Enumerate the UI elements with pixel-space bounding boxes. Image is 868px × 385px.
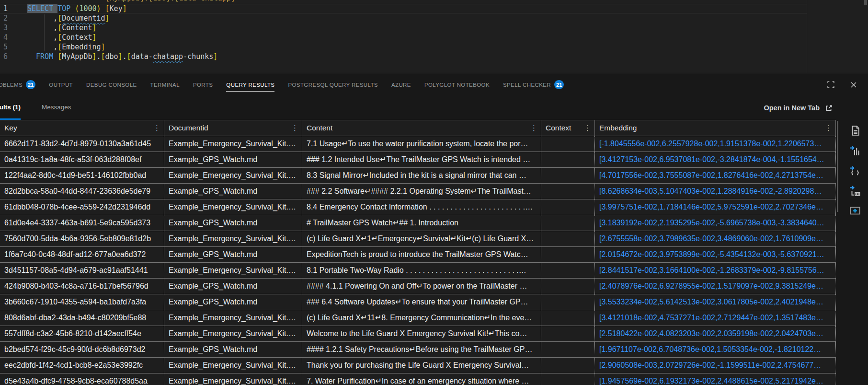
panel-tab-problems[interactable]: PROBLEMS 21 <box>0 73 35 96</box>
cell-key[interactable]: 82d2bbca-58a0-44dd-8447-23636de5de79 <box>0 184 164 199</box>
cell-key[interactable]: 6662d171-83d2-4d7d-8979-0130a3a61d45 <box>0 136 164 152</box>
cell-embedding[interactable]: [2.4078976e-002,6.9278955e-002,1.5179097… <box>595 279 836 294</box>
cell-content[interactable]: 7.1 Usage↵To use the water purification … <box>302 136 541 152</box>
cell-context[interactable] <box>541 326 595 341</box>
cell-key[interactable]: 557dff8d-c3a2-45b6-8210-d142aecff54e <box>0 326 164 341</box>
cell-key[interactable]: d5e43a4b-dfc9-4758-9cb8-eca60788d5aa <box>0 373 164 385</box>
cell-key[interactable]: 1f6a7c40-0c48-48df-ad12-677a0ea6d372 <box>0 247 164 262</box>
cell-documentid[interactable]: Example_GPS_Watch.md <box>164 247 302 262</box>
column-menu-icon[interactable]: ⋮ <box>582 124 593 132</box>
cell-context[interactable] <box>541 358 595 373</box>
cell-key[interactable]: 61d0e4e4-3337-463a-b691-5e9ca595d373 <box>0 215 164 231</box>
save-csv-icon[interactable] <box>848 124 862 137</box>
editor-scrollbar[interactable] <box>864 0 867 5</box>
column-menu-icon[interactable]: ⋮ <box>529 124 539 132</box>
cell-content[interactable]: Thank you for purchasing the Life Guard … <box>302 358 541 373</box>
save-json-icon[interactable] <box>848 164 862 177</box>
cell-embedding[interactable]: [2.8441517e-002,3.1664100e-002,-1.268337… <box>595 263 836 278</box>
cell-documentid[interactable]: Example_GPS_Watch.md <box>164 215 302 231</box>
cell-context[interactable] <box>541 247 595 262</box>
cell-documentid[interactable]: Example_Emergency_Survival_Kit.pdf <box>164 263 302 278</box>
cell-context[interactable] <box>541 373 595 385</box>
show-visualization-icon[interactable] <box>848 204 862 218</box>
cell-content[interactable]: #### 1.2.1 Safety Precautions↵Before usi… <box>302 342 541 357</box>
panel-tab-terminal[interactable]: TERMINAL <box>150 73 180 96</box>
cell-embedding[interactable]: [3.5533234e-002,5.6142513e-002,3.0617805… <box>595 294 836 310</box>
save-excel-icon[interactable] <box>848 144 862 157</box>
cell-content[interactable]: ### 6.4 Software Updates↵To ensure that … <box>302 294 541 310</box>
panel-tab-debug-console[interactable]: DEBUG CONSOLE <box>86 73 137 96</box>
cell-context[interactable] <box>541 342 595 357</box>
cell-embedding[interactable]: [2.0154672e-002,3.9753899e-002,-5.435413… <box>595 247 836 262</box>
cell-content[interactable]: 8.4 Emergency Contact Information . . . … <box>302 199 541 215</box>
cell-context[interactable] <box>541 199 595 215</box>
cell-documentid[interactable]: Example_GPS_Watch.md <box>164 184 302 199</box>
cell-documentid[interactable]: Example_Emergency_Survival_Kit.pdf <box>164 136 302 152</box>
grid-scrollbar[interactable] <box>837 121 838 212</box>
cell-embedding[interactable]: [2.9060508e-003,2.0729726e-002,-1.159951… <box>595 358 836 373</box>
cell-content[interactable]: ### 1.2 Intended Use↵The TrailMaster GPS… <box>302 152 541 167</box>
cell-content[interactable]: ### 2.2 Software↵#### 2.2.1 Operating Sy… <box>302 184 541 199</box>
panel-tab-polyglot-notebook[interactable]: POLYGLOT NOTEBOOK <box>424 73 490 96</box>
tab-messages[interactable]: Messages <box>42 96 71 120</box>
cell-embedding[interactable]: [3.4127153e-002,6.9537081e-002,-3.284187… <box>595 152 836 167</box>
cell-embedding[interactable]: [1.9457569e-002,6.1932173e-002,2.4488615… <box>595 373 836 385</box>
cell-documentid[interactable]: Example_GPS_Watch.md <box>164 294 302 310</box>
cell-key[interactable]: b2bed574-f29c-45c9-90fd-dc6b8d6973d2 <box>0 342 164 357</box>
sql-editor[interactable]: [MyAppDb].[dbo].[data-chatapp] 1 SELECT … <box>0 0 868 73</box>
cell-context[interactable] <box>541 231 595 246</box>
close-panel-icon[interactable] <box>847 78 860 92</box>
cell-context[interactable] <box>541 152 595 167</box>
code-line[interactable]: 2 ,[Documentid] <box>0 13 807 23</box>
cell-context[interactable] <box>541 215 595 231</box>
panel-tab-ports[interactable]: PORTS <box>193 73 213 96</box>
cell-content[interactable]: 7. Water Purification↵In case of an emer… <box>302 373 541 385</box>
save-xml-icon[interactable] <box>848 184 862 198</box>
cell-embedding[interactable]: [-1.8045556e-002,6.2557928e-002,1.915137… <box>595 136 836 152</box>
cell-key[interactable]: 122f4aa2-8d0c-41d9-be51-146102fbb0ad <box>0 168 164 183</box>
code-line[interactable]: 5 ,[Embedding] <box>0 42 807 52</box>
cell-context[interactable] <box>541 310 595 326</box>
panel-tab-azure[interactable]: AZURE <box>391 73 411 96</box>
column-menu-icon[interactable]: ⋮ <box>290 124 300 132</box>
cell-documentid[interactable]: Example_Emergency_Survival_Kit.pdf <box>164 310 302 326</box>
cell-key[interactable]: 808d6abf-dba2-43da-b494-c80209bf5e88 <box>0 310 164 326</box>
cell-key[interactable]: 3d451157-08a5-4d94-a679-ac91aaf51441 <box>0 263 164 278</box>
cell-embedding[interactable]: [2.5180422e-002,4.0823203e-002,2.0359198… <box>595 326 836 341</box>
panel-tab-postgresql-query-results[interactable]: POSTGRESQL QUERY RESULTS <box>288 73 377 96</box>
cell-documentid[interactable]: Example_GPS_Watch.md <box>164 279 302 294</box>
cell-embedding[interactable]: [4.7017556e-002,3.7555087e-002,1.8276416… <box>595 168 836 183</box>
cell-content[interactable]: 8.3 Signal Mirror↵Included in the kit is… <box>302 168 541 183</box>
cell-content[interactable]: 8.1 Portable Two-Way Radio . . . . . . .… <box>302 263 541 278</box>
cell-content[interactable]: Welcome to the Life Guard X Emergency Su… <box>302 326 541 341</box>
cell-embedding[interactable]: [8.6268634e-003,5.1047403e-002,1.2884916… <box>595 184 836 199</box>
cell-content[interactable]: (c) Life Guard X↵11↵8. Emergency Communi… <box>302 310 541 326</box>
cell-content[interactable]: #### 4.1.1 Powering On and Off↵To power … <box>302 279 541 294</box>
cell-key[interactable]: eec2dbfd-1f42-4cd1-bcb8-e2a53e3992fc <box>0 358 164 373</box>
cell-documentid[interactable]: Example_Emergency_Survival_Kit.pdf <box>164 199 302 215</box>
cell-context[interactable] <box>541 294 595 310</box>
open-in-new-tab-button[interactable]: Open in New Tab <box>764 96 834 120</box>
column-menu-icon[interactable]: ⋮ <box>152 124 162 132</box>
cell-embedding[interactable]: [3.9975751e-002,1.7184146e-002,5.9752591… <box>595 199 836 215</box>
cell-documentid[interactable]: Example_GPS_Watch.md <box>164 152 302 167</box>
cell-documentid[interactable]: Example_Emergency_Survival_Kit.pdf <box>164 373 302 385</box>
cell-embedding[interactable]: [3.1839192e-002,2.1935295e-002,-5.696573… <box>595 215 836 231</box>
cell-documentid[interactable]: Example_Emergency_Survival_Kit.pdf <box>164 358 302 373</box>
code-line[interactable]: 1 SELECT TOP (1000) [Key] <box>0 4 807 13</box>
maximize-panel-icon[interactable] <box>824 78 837 92</box>
cell-key[interactable]: 61dbb048-078b-4cee-a559-242d231946dd <box>0 199 164 215</box>
cell-embedding[interactable]: [3.4121018e-002,4.7537271e-002,2.7129447… <box>595 310 836 326</box>
cell-content[interactable]: # TrailMaster GPS Watch↵## 1. Introducti… <box>302 215 541 231</box>
cell-context[interactable] <box>541 184 595 199</box>
cell-documentid[interactable]: Example_Emergency_Survival_Kit.pdf <box>164 231 302 246</box>
cell-key[interactable]: 0a41319c-1a8a-48fc-a53f-063d288f08ef <box>0 152 164 167</box>
cell-content[interactable]: (c) Life Guard X↵1↵Emergency↵Survival↵Ki… <box>302 231 541 246</box>
code-line[interactable]: 3 ,[Content] <box>0 23 807 33</box>
code-line[interactable]: 6 FROM [MyAppDb].[dbo].[data-chatapp-chu… <box>0 52 807 61</box>
cell-embedding[interactable]: [1.9671107e-002,6.7048736e-002,1.5053354… <box>595 342 836 357</box>
panel-tab-spell-checker[interactable]: SPELL CHECKER 21 <box>503 73 564 96</box>
cell-key[interactable]: 3b660c67-1910-4355-a594-ba1bafd7a3fa <box>0 294 164 310</box>
cell-documentid[interactable]: Example_Emergency_Survival_Kit.pdf <box>164 326 302 341</box>
cell-context[interactable] <box>541 136 595 152</box>
